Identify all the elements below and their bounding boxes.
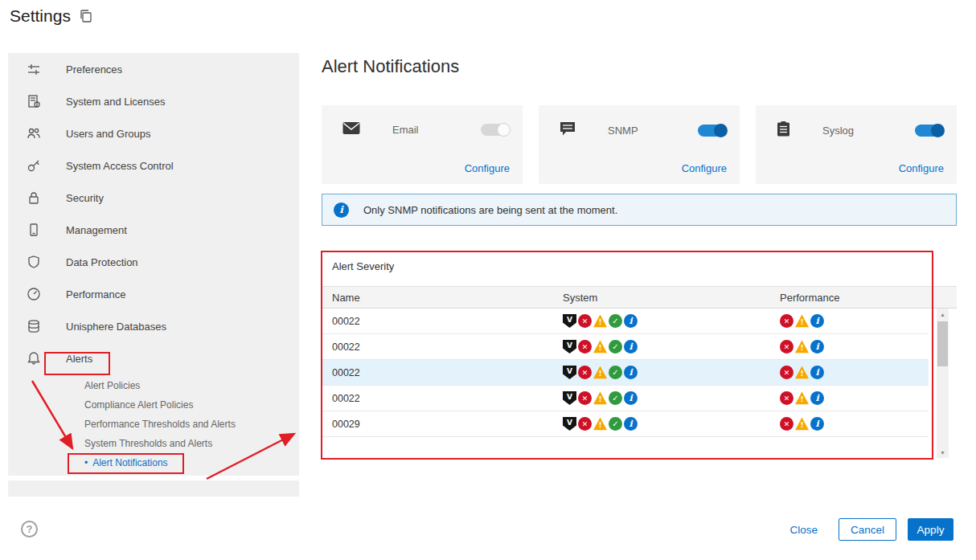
sidebar-item-label: Management — [66, 224, 127, 236]
performance-severity-icons: ✕ ! i — [780, 340, 929, 354]
info-banner: i Only SNMP notifications are being sent… — [322, 194, 957, 226]
email-toggle[interactable] — [481, 124, 510, 136]
sidebar-item-unisphere-databases[interactable]: Unisphere Databases — [8, 310, 299, 342]
copy-icon[interactable] — [79, 9, 93, 23]
info-icon: i — [624, 391, 638, 405]
alert-name: 00022 — [332, 393, 563, 404]
channel-label: Email — [392, 124, 419, 136]
database-icon — [26, 319, 41, 334]
warning-icon: ! — [795, 391, 809, 405]
cancel-button[interactable]: Cancel — [839, 518, 896, 541]
alert-name: 00022 — [332, 367, 563, 378]
warning-icon: ! — [795, 340, 809, 354]
performance-severity-icons: ✕ ! i — [780, 417, 929, 431]
key-icon — [26, 158, 41, 174]
error-icon: ✕ — [578, 391, 592, 405]
sidebar-item-security[interactable]: Security — [8, 182, 299, 214]
warning-icon: ! — [795, 366, 809, 379]
snmp-toggle[interactable] — [698, 125, 727, 137]
gauge-icon — [26, 287, 41, 302]
info-icon: i — [810, 340, 824, 354]
critical-icon: V — [563, 417, 576, 431]
column-header-name[interactable]: Name — [332, 292, 563, 304]
vertical-scrollbar[interactable]: ▲ ▼ — [937, 309, 949, 458]
device-icon — [26, 223, 41, 238]
sidebar-item-preferences[interactable]: Preferences — [8, 53, 299, 85]
email-channel-card: Email Configure — [322, 105, 523, 184]
email-configure-link[interactable]: Configure — [465, 162, 510, 174]
warning-icon: ! — [593, 366, 607, 379]
alert-name: 00022 — [332, 341, 563, 353]
table-row[interactable]: 00029 V ✕ ! ✓ i ✕ ! i — [322, 411, 929, 437]
subitem-alert-policies[interactable]: Alert Policies — [8, 376, 299, 395]
subitem-performance-thresholds-and-alerts[interactable]: Performance Thresholds and Alerts — [8, 415, 299, 434]
help-icon[interactable]: ? — [21, 521, 38, 538]
syslog-toggle[interactable] — [915, 125, 944, 137]
toggle-knob — [497, 123, 511, 137]
info-icon: i — [624, 417, 638, 431]
page-header: Settings — [10, 6, 93, 26]
sidebar-item-performance[interactable]: Performance — [8, 278, 299, 310]
sidebar-item-label: Performance — [66, 288, 125, 300]
scrollbar-thumb[interactable] — [937, 321, 948, 366]
performance-severity-icons: ✕ ! i — [780, 391, 929, 405]
subitem-system-thresholds-and-alerts[interactable]: System Thresholds and Alerts — [8, 434, 299, 453]
table-row[interactable]: 00022 V ✕ ! ✓ i ✕ ! i — [322, 386, 929, 411]
sidebar-item-users-and-groups[interactable]: Users and Groups — [8, 117, 299, 149]
ok-icon: ✓ — [609, 366, 622, 379]
table-title: Alert Severity — [332, 260, 394, 272]
scroll-down-icon[interactable]: ▼ — [937, 447, 949, 458]
table-row[interactable]: 00022 V ✕ ! ✓ i ✕ ! i — [322, 360, 929, 386]
sidebar-item-management[interactable]: Management — [8, 214, 299, 246]
close-button[interactable]: Close — [789, 524, 818, 536]
lock-icon — [26, 190, 41, 206]
warning-icon: ! — [795, 417, 809, 431]
sidebar-item-label: System and Licenses — [66, 96, 166, 108]
syslog-channel-card: Syslog Configure — [756, 105, 957, 184]
system-severity-icons: V ✕ ! ✓ i — [563, 366, 780, 379]
sidebar-item-data-protection[interactable]: Data Protection — [8, 246, 299, 278]
error-icon: ✕ — [780, 340, 794, 354]
sidebar-item-system-access-control[interactable]: System Access Control — [8, 149, 299, 182]
subitem-alert-notifications[interactable]: Alert Notifications — [8, 453, 299, 472]
column-header-performance[interactable]: Performance — [780, 292, 957, 304]
warning-icon: ! — [795, 314, 809, 328]
critical-icon: V — [563, 391, 576, 405]
error-icon: ✕ — [578, 314, 592, 328]
sidebar-item-label: Unisphere Databases — [66, 321, 166, 333]
snmp-icon — [560, 121, 576, 140]
table-row[interactable]: 00022 V ✕ ! ✓ i ✕ ! i — [322, 334, 929, 360]
info-icon: i — [810, 366, 824, 379]
page-title: Settings — [10, 6, 71, 26]
subitem-compliance-alert-policies[interactable]: Compliance Alert Policies — [8, 395, 299, 415]
info-banner-text: Only SNMP notifications are being sent a… — [363, 204, 617, 216]
warning-icon: ! — [593, 391, 607, 405]
channel-label: SNMP — [608, 125, 638, 137]
snmp-configure-link[interactable]: Configure — [682, 162, 727, 174]
column-header-system[interactable]: System — [563, 292, 780, 304]
sliders-icon — [26, 62, 41, 77]
scroll-up-icon[interactable]: ▲ — [937, 309, 949, 320]
performance-severity-icons: ✕ ! i — [780, 366, 929, 379]
sidebar-item-label: Preferences — [66, 63, 122, 76]
info-icon: i — [624, 314, 638, 328]
table-header-row: Name System Performance — [322, 286, 957, 309]
toggle-knob — [931, 124, 945, 137]
sidebar-item-system-and-licenses[interactable]: System and Licenses — [8, 85, 299, 117]
warning-icon: ! — [593, 314, 607, 328]
syslog-configure-link[interactable]: Configure — [899, 162, 944, 174]
warning-icon: ! — [593, 340, 607, 354]
apply-button[interactable]: Apply — [908, 518, 953, 541]
info-icon: i — [624, 340, 638, 354]
channel-label: Syslog — [822, 125, 854, 137]
info-icon: i — [810, 417, 824, 431]
error-icon: ✕ — [780, 366, 794, 379]
table-body: 00022 V ✕ ! ✓ i ✕ ! i 00022 V ✕ ! ✓ i — [322, 309, 929, 437]
sidebar-item-alerts[interactable]: Alerts — [8, 342, 299, 374]
error-icon: ✕ — [780, 391, 794, 405]
table-row[interactable]: 00022 V ✕ ! ✓ i ✕ ! i — [322, 309, 929, 334]
content-title: Alert Notifications — [322, 56, 459, 77]
critical-icon: V — [563, 340, 576, 354]
ok-icon: ✓ — [609, 391, 622, 405]
error-icon: ✕ — [578, 417, 592, 431]
